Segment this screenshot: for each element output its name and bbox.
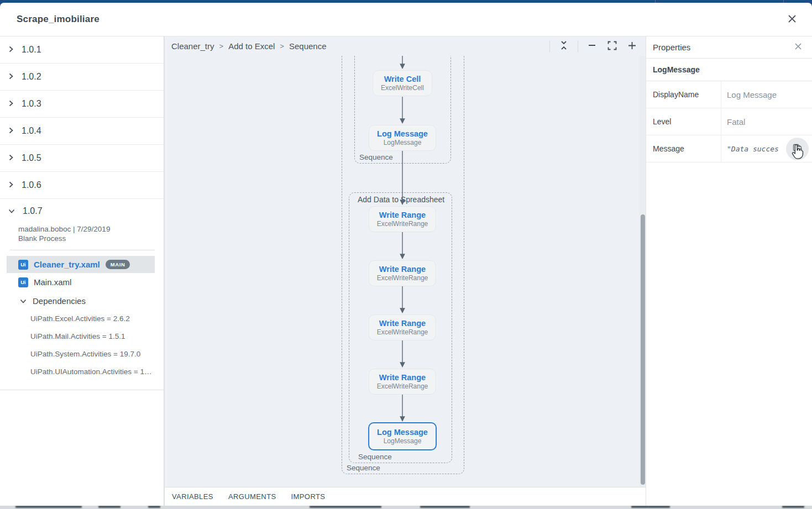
property-row-level: Level Fatal (646, 108, 812, 135)
sequence-group-label: Sequence (359, 153, 393, 161)
copy-icon (793, 144, 802, 155)
property-label: Message (646, 135, 721, 162)
workflow-viewport[interactable]: Sequence Sequence Add Data to Spreadshee… (165, 56, 646, 487)
activity-type: ExcelWriteCell (381, 84, 424, 92)
activity-node-write-range-4[interactable]: Write Range ExcelWriteRange (369, 369, 436, 395)
breadcrumb-item-sequence[interactable]: Sequence (289, 41, 327, 51)
fit-screen-icon (607, 41, 617, 52)
zoom-out-button[interactable] (584, 39, 600, 54)
activity-node-log-message-selected[interactable]: Log Message LogMessage (368, 422, 437, 450)
dialog-close-button[interactable] (784, 11, 800, 28)
activity-title: Log Message (377, 427, 428, 437)
chevron-right-icon (8, 153, 14, 163)
version-row-1-0-7[interactable]: 1.0.7 (0, 199, 164, 223)
activity-node-write-range-3[interactable]: Write Range ExcelWriteRange (369, 314, 436, 340)
tab-imports[interactable]: IMPORTS (291, 492, 326, 501)
chevron-right-icon (8, 72, 14, 82)
version-meta: madalina.boboc | 7/29/2019 Blank Process (0, 224, 164, 243)
displayname-field[interactable]: Log Message (721, 81, 812, 108)
close-icon (787, 13, 798, 26)
message-field[interactable]: "Data succes (721, 135, 790, 162)
version-label: 1.0.7 (23, 206, 43, 216)
fit-to-screen-button[interactable] (604, 39, 620, 54)
properties-activity-name: LogMessage (646, 59, 812, 81)
activity-title: Write Range (377, 264, 428, 274)
version-row-1-0-6[interactable]: 1.0.6 (0, 172, 164, 199)
activity-title: Write Range (377, 318, 428, 328)
property-label: DisplayName (646, 81, 721, 108)
property-row-message: Message "Data succes (646, 135, 812, 162)
dependency-item: UiPath.UIAutomation.Activities = 1… (0, 363, 164, 380)
xaml-file-icon: Ui (18, 277, 28, 287)
activity-type: ExcelWriteRange (377, 220, 428, 228)
file-row-main[interactable]: Ui Main.xaml (7, 274, 155, 291)
version-sidebar: 1.0.1 1.0.2 1.0.3 1.0.4 1.0.5 1.0.6 (0, 36, 164, 506)
version-row-1-0-3[interactable]: 1.0.3 (0, 91, 164, 118)
activity-type: ExcelWriteRange (377, 274, 428, 282)
file-name: Cleaner_try.xaml (34, 260, 100, 269)
sidebar-divider (10, 250, 155, 250)
chevron-down-icon (8, 206, 15, 216)
sidebar-divider (0, 390, 164, 390)
chevron-right-icon (8, 126, 14, 136)
version-row-1-0-2[interactable]: 1.0.2 (0, 64, 164, 91)
properties-close-button[interactable] (791, 39, 805, 55)
activity-node-write-range-2[interactable]: Write Range ExcelWriteRange (369, 260, 436, 286)
xaml-file-icon: Ui (18, 260, 28, 270)
zoom-in-button[interactable] (624, 39, 640, 54)
tab-arguments[interactable]: ARGUMENTS (228, 492, 276, 501)
activity-type: ExcelWriteRange (377, 328, 428, 336)
activity-node-log-message[interactable]: Log Message LogMessage (369, 125, 436, 151)
activity-title: Write Range (377, 210, 428, 220)
collapse-all-button[interactable] (556, 39, 572, 54)
version-process-type: Blank Process (18, 234, 164, 243)
chevron-right-icon (8, 45, 14, 55)
group-title-label: Add Data to Spreadsheet (358, 195, 444, 204)
property-label: Level (646, 108, 721, 135)
breadcrumb-separator: > (280, 42, 284, 50)
workflow-canvas-panel: Cleaner_try > Add to Excel > Sequence (164, 36, 646, 506)
version-label: 1.0.1 (22, 45, 41, 55)
canvas-toolbar (547, 39, 640, 54)
sequence-group-label: Sequence (347, 464, 380, 472)
process-dialog: Scrape_imobiliare 1.0.1 1.0.2 1.0.3 (0, 3, 812, 506)
activity-type: ExcelWriteRange (377, 382, 428, 390)
chevron-right-icon (8, 99, 14, 109)
version-row-1-0-1[interactable]: 1.0.1 (0, 36, 164, 64)
canvas-header: Cleaner_try > Add to Excel > Sequence (165, 36, 646, 56)
canvas-scrollbar-thumb[interactable] (641, 214, 645, 485)
version-row-1-0-4[interactable]: 1.0.4 (0, 118, 164, 145)
file-name: Main.xaml (34, 277, 71, 287)
activity-type: LogMessage (377, 139, 428, 146)
version-label: 1.0.4 (22, 126, 41, 136)
level-field[interactable]: Fatal (721, 108, 812, 135)
dependency-item: UiPath.System.Activities = 19.7.0 (0, 345, 164, 363)
main-badge: MAIN (106, 260, 130, 269)
minus-icon (588, 41, 596, 51)
dependencies-header[interactable]: Dependencies (0, 292, 164, 309)
copy-message-button[interactable] (786, 138, 809, 160)
version-label: 1.0.3 (22, 99, 41, 109)
version-row-1-0-5[interactable]: 1.0.5 (0, 145, 164, 172)
activity-title: Log Message (377, 129, 428, 139)
collapse-all-icon (560, 40, 568, 52)
property-row-displayname: DisplayName Log Message (646, 81, 812, 108)
chevron-down-icon (20, 296, 27, 306)
breadcrumb-item-cleaner-try[interactable]: Cleaner_try (171, 41, 214, 51)
properties-title: Properties (653, 43, 690, 52)
tab-variables[interactable]: VARIABLES (172, 492, 213, 501)
breadcrumb: Cleaner_try > Add to Excel > Sequence (171, 41, 327, 51)
sequence-group-label: Sequence (358, 453, 392, 461)
toolbar-divider (578, 40, 578, 53)
version-author-date: madalina.boboc | 7/29/2019 (18, 224, 164, 234)
activity-node-write-range-1[interactable]: Write Range ExcelWriteRange (369, 206, 436, 232)
breadcrumb-item-add-to-excel[interactable]: Add to Excel (228, 41, 275, 51)
dependencies-label: Dependencies (33, 296, 86, 306)
properties-panel: Properties LogMessage DisplayName Log Me… (646, 36, 812, 506)
plus-icon (627, 41, 637, 52)
file-row-cleaner-try[interactable]: Ui Cleaner_try.xaml MAIN (7, 256, 155, 273)
activity-node-write-cell[interactable]: Write Cell ExcelWriteCell (373, 70, 432, 96)
dialog-title: Scrape_imobiliare (17, 14, 99, 25)
close-icon (793, 41, 803, 53)
dependency-item: UiPath.Excel.Activities = 2.6.2 (0, 309, 164, 327)
